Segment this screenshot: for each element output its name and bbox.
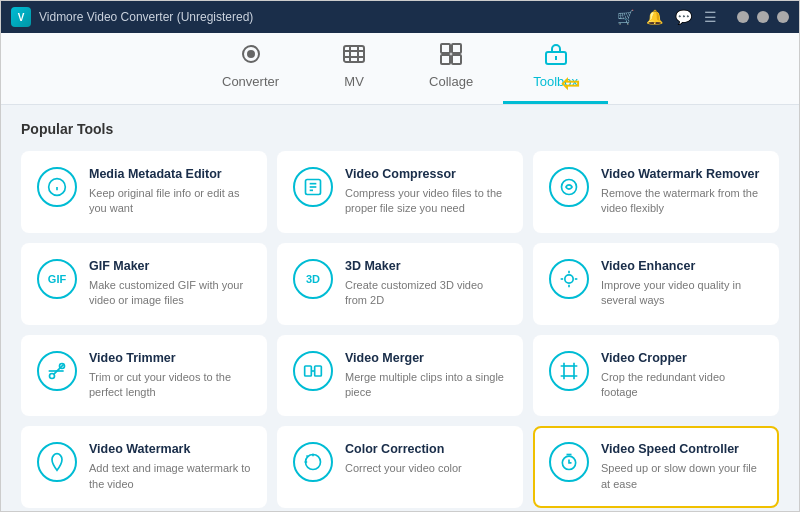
- svg-rect-9: [441, 55, 450, 64]
- tools-grid: Media Metadata Editor Keep original file…: [21, 151, 779, 508]
- tool-icon-video-compressor: [293, 167, 333, 207]
- collage-icon: [439, 42, 463, 70]
- tool-desc-video-trimmer: Trim or cut your videos to the perfect l…: [89, 370, 251, 401]
- mv-icon: [342, 42, 366, 70]
- menu-icon[interactable]: ☰: [704, 9, 717, 25]
- section-title: Popular Tools: [21, 121, 779, 137]
- tool-name-video-speed-controller: Video Speed Controller: [601, 442, 763, 457]
- tool-card-video-enhancer[interactable]: Video Enhancer Improve your video qualit…: [533, 243, 779, 325]
- svg-rect-33: [564, 366, 574, 376]
- tool-card-video-watermark-remover[interactable]: Video Watermark Remover Remove the water…: [533, 151, 779, 233]
- svg-rect-7: [441, 44, 450, 53]
- tool-desc-gif-maker: Make customized GIF with your video or i…: [89, 278, 251, 309]
- close-button[interactable]: [777, 11, 789, 23]
- tool-name-video-cropper: Video Cropper: [601, 351, 763, 366]
- mv-label: MV: [344, 74, 364, 89]
- nav-tabs: Converter MV: [1, 33, 799, 105]
- tool-name-video-trimmer: Video Trimmer: [89, 351, 251, 366]
- toolbox-label: Toolbox: [533, 74, 578, 89]
- tool-name-media-metadata-editor: Media Metadata Editor: [89, 167, 251, 182]
- converter-label: Converter: [222, 74, 279, 89]
- title-bar: V Vidmore Video Converter (Unregistered)…: [1, 1, 799, 33]
- tool-card-video-trimmer[interactable]: Video Trimmer Trim or cut your videos to…: [21, 335, 267, 417]
- collage-label: Collage: [429, 74, 473, 89]
- tool-name-video-watermark-remover: Video Watermark Remover: [601, 167, 763, 182]
- tool-desc-video-enhancer: Improve your video quality in several wa…: [601, 278, 763, 309]
- tool-name-color-correction: Color Correction: [345, 442, 507, 457]
- tool-card-3d-maker[interactable]: 3D 3D Maker Create customized 3D video f…: [277, 243, 523, 325]
- bell-icon[interactable]: 🔔: [646, 9, 663, 25]
- maximize-button[interactable]: [757, 11, 769, 23]
- converter-icon: [239, 42, 263, 70]
- content-area: Popular Tools Media Metadata Editor Keep…: [1, 105, 799, 512]
- tool-name-video-compressor: Video Compressor: [345, 167, 507, 182]
- tool-name-video-enhancer: Video Enhancer: [601, 259, 763, 274]
- tool-icon-video-trimmer: [37, 351, 77, 391]
- tool-desc-video-cropper: Crop the redundant video footage: [601, 370, 763, 401]
- tool-icon-video-merger: [293, 351, 333, 391]
- app-title: Vidmore Video Converter (Unregistered): [39, 10, 253, 24]
- app-logo: V: [11, 7, 31, 27]
- tool-icon-video-speed-controller: [549, 442, 589, 482]
- svg-point-1: [248, 51, 254, 57]
- tool-card-video-compressor[interactable]: Video Compressor Compress your video fil…: [277, 151, 523, 233]
- tool-icon-media-metadata-editor: [37, 167, 77, 207]
- tool-icon-video-watermark: [37, 442, 77, 482]
- tool-card-video-cropper[interactable]: Video Cropper Crop the redundant video f…: [533, 335, 779, 417]
- svg-rect-31: [315, 366, 322, 376]
- tab-mv[interactable]: MV: [309, 32, 399, 104]
- tool-name-video-merger: Video Merger: [345, 351, 507, 366]
- tool-card-color-correction[interactable]: Color Correction Correct your video colo…: [277, 426, 523, 508]
- svg-rect-2: [344, 46, 364, 62]
- tool-desc-video-speed-controller: Speed up or slow down your file at ease: [601, 461, 763, 492]
- tool-icon-gif-maker: GIF: [37, 259, 77, 299]
- svg-rect-8: [452, 44, 461, 53]
- minimize-button[interactable]: [737, 11, 749, 23]
- svg-rect-30: [305, 366, 312, 376]
- tool-desc-video-compressor: Compress your video files to the proper …: [345, 186, 507, 217]
- tool-desc-3d-maker: Create customized 3D video from 2D: [345, 278, 507, 309]
- tool-icon-video-cropper: [549, 351, 589, 391]
- svg-point-21: [565, 275, 573, 283]
- tool-icon-3d-maker: 3D: [293, 259, 333, 299]
- tool-desc-video-merger: Merge multiple clips into a single piece: [345, 370, 507, 401]
- tool-card-video-watermark[interactable]: Video Watermark Add text and image water…: [21, 426, 267, 508]
- tool-icon-video-watermark-remover: [549, 167, 589, 207]
- tool-card-gif-maker[interactable]: GIF GIF Maker Make customized GIF with y…: [21, 243, 267, 325]
- tool-desc-media-metadata-editor: Keep original file info or edit as you w…: [89, 186, 251, 217]
- svg-line-28: [54, 364, 64, 374]
- tool-name-3d-maker: 3D Maker: [345, 259, 507, 274]
- tool-card-video-merger[interactable]: Video Merger Merge multiple clips into a…: [277, 335, 523, 417]
- tool-desc-video-watermark: Add text and image watermark to the vide…: [89, 461, 251, 492]
- tool-card-media-metadata-editor[interactable]: Media Metadata Editor Keep original file…: [21, 151, 267, 233]
- svg-rect-10: [452, 55, 461, 64]
- tab-collage[interactable]: Collage: [399, 32, 503, 104]
- tool-desc-video-watermark-remover: Remove the watermark from the video flex…: [601, 186, 763, 217]
- tool-desc-color-correction: Correct your video color: [345, 461, 507, 476]
- chat-icon[interactable]: 💬: [675, 9, 692, 25]
- tool-card-video-speed-controller[interactable]: Video Speed Controller Speed up or slow …: [533, 426, 779, 508]
- tool-icon-color-correction: [293, 442, 333, 482]
- svg-point-20: [562, 180, 577, 195]
- tool-name-video-watermark: Video Watermark: [89, 442, 251, 457]
- tool-icon-video-enhancer: [549, 259, 589, 299]
- tab-toolbox[interactable]: Toolbox: [503, 32, 608, 104]
- tab-converter[interactable]: Converter: [192, 32, 309, 104]
- toolbox-icon: [544, 42, 568, 70]
- cart-icon[interactable]: 🛒: [617, 9, 634, 25]
- tool-name-gif-maker: GIF Maker: [89, 259, 251, 274]
